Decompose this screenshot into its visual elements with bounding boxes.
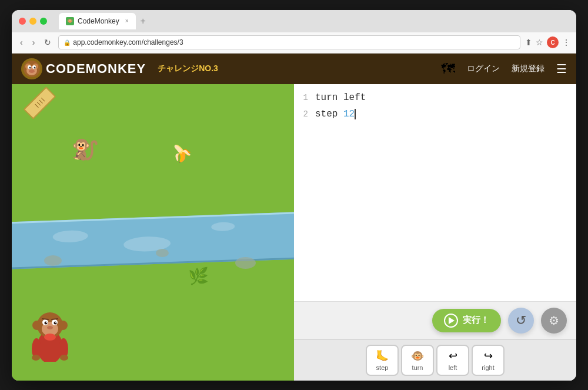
back-button[interactable]: ‹ bbox=[18, 36, 25, 48]
code-line-2: 2 step 12 bbox=[294, 108, 576, 124]
run-label: 実行！ bbox=[463, 315, 489, 326]
menu-icon[interactable]: ☰ bbox=[556, 62, 567, 76]
logo-code: CODE bbox=[46, 61, 86, 76]
reset-button[interactable]: ↺ bbox=[508, 308, 534, 334]
more-options-button[interactable]: ⋮ bbox=[562, 38, 570, 47]
ruler-marks bbox=[35, 98, 45, 108]
stone-3 bbox=[235, 257, 256, 269]
command-bar: 🦶 step 🐵 turn ↩ left ↪ right bbox=[294, 339, 576, 381]
logo-text: CODEMONKEY bbox=[46, 61, 146, 76]
player-character-svg bbox=[29, 309, 71, 362]
profile-avatar[interactable]: C bbox=[547, 36, 559, 48]
tab-close-button[interactable]: × bbox=[125, 18, 129, 24]
bookmark-button[interactable]: ☆ bbox=[536, 38, 543, 47]
svg-point-11 bbox=[32, 321, 42, 330]
minimize-button[interactable] bbox=[29, 18, 36, 25]
ruler-mark-2 bbox=[37, 102, 41, 105]
svg-point-23 bbox=[44, 334, 56, 341]
svg-line-21 bbox=[52, 319, 58, 319]
svg-point-12 bbox=[58, 321, 68, 330]
close-button[interactable] bbox=[19, 18, 26, 25]
svg-point-7 bbox=[34, 66, 36, 68]
browser-toolbar: ‹ › ↻ 🔒 app.codemonkey.com/challenges/3 … bbox=[12, 32, 576, 54]
svg-point-26 bbox=[32, 355, 40, 361]
editor-bottom-bar: 実行！ ↺ ⚙ bbox=[294, 301, 576, 339]
cmd-turn-button[interactable]: 🐵 turn bbox=[401, 345, 434, 376]
run-icon bbox=[444, 314, 458, 328]
svg-point-27 bbox=[60, 355, 68, 361]
register-link[interactable]: 新規登録 bbox=[512, 64, 544, 74]
app-header-right: 🗺 ログイン 新規登録 ☰ bbox=[441, 61, 567, 77]
logo-monkey-icon bbox=[21, 58, 42, 79]
browser-titlebar: 🐵 CodeMonkey × + bbox=[12, 10, 576, 32]
right-label: right bbox=[482, 364, 494, 371]
line-number-2: 2 bbox=[294, 109, 315, 119]
play-triangle-icon bbox=[449, 317, 455, 324]
refresh-button[interactable]: ↻ bbox=[42, 36, 54, 48]
game-canvas: 🐒 🍌 🌿 bbox=[12, 84, 294, 381]
reset-icon: ↺ bbox=[516, 313, 526, 328]
settings-icon: ⚙ bbox=[549, 314, 559, 328]
tab-favicon: 🐵 bbox=[66, 17, 74, 25]
bush-item: 🌿 bbox=[188, 266, 209, 286]
app-header-left: CODEMONKEY チャレンジNO.3 bbox=[21, 58, 218, 79]
stone-2 bbox=[156, 249, 169, 257]
cmd-right-button[interactable]: ↪ right bbox=[472, 345, 505, 376]
svg-point-19 bbox=[55, 322, 56, 323]
challenge-label: チャレンジNO.3 bbox=[158, 64, 218, 74]
left-arrow-icon: ↩ bbox=[449, 349, 457, 362]
line-content-1: turn left bbox=[315, 92, 366, 103]
lock-icon: 🔒 bbox=[64, 39, 71, 46]
line-number-1: 1 bbox=[294, 93, 315, 102]
browser-window: 🐵 CodeMonkey × + ‹ › ↻ 🔒 app.codemonkey.… bbox=[12, 10, 576, 381]
address-bar[interactable]: 🔒 app.codemonkey.com/challenges/3 bbox=[58, 35, 520, 49]
svg-point-8 bbox=[29, 69, 35, 73]
app-header: CODEMONKEY チャレンジNO.3 🗺 ログイン 新規登録 ☰ bbox=[12, 54, 576, 84]
share-button[interactable]: ⬆ bbox=[525, 38, 532, 47]
left-label: left bbox=[449, 364, 457, 371]
cmd-left-button[interactable]: ↩ left bbox=[436, 345, 469, 376]
turn-icon: 🐵 bbox=[411, 349, 424, 362]
app-content: CODEMONKEY チャレンジNO.3 🗺 ログイン 新規登録 ☰ bbox=[12, 54, 576, 381]
step-label: step bbox=[376, 364, 389, 371]
logo-area: CODEMONKEY bbox=[21, 58, 146, 79]
tab-bar: 🐵 CodeMonkey × + bbox=[59, 13, 569, 29]
toolbar-actions: ⬆ ☆ C ⋮ bbox=[525, 36, 570, 48]
ruler-mark-4 bbox=[41, 98, 45, 101]
code-line-1: 1 turn left bbox=[294, 91, 576, 108]
step-keyword: step bbox=[315, 109, 343, 119]
stone-1 bbox=[44, 255, 62, 266]
run-button[interactable]: 実行！ bbox=[432, 309, 501, 332]
new-tab-button[interactable]: + bbox=[138, 16, 148, 26]
ruler-mark-3 bbox=[39, 100, 42, 104]
river-wave-3 bbox=[211, 222, 235, 231]
svg-point-18 bbox=[46, 322, 47, 323]
code-editor-panel: 1 turn left 2 step 12 bbox=[294, 84, 576, 381]
traffic-lights bbox=[19, 18, 47, 25]
right-arrow-icon: ↪ bbox=[484, 349, 493, 362]
forward-button[interactable]: › bbox=[30, 36, 38, 48]
svg-point-16 bbox=[45, 321, 48, 324]
svg-line-20 bbox=[42, 319, 48, 319]
active-tab[interactable]: 🐵 CodeMonkey × bbox=[59, 13, 136, 29]
svg-point-6 bbox=[29, 66, 31, 68]
monkey-logo-svg bbox=[22, 59, 41, 78]
cmd-step-button[interactable]: 🦶 step bbox=[366, 345, 399, 376]
svg-point-22 bbox=[47, 326, 53, 329]
maximize-button[interactable] bbox=[40, 18, 47, 25]
step-value: 12 bbox=[343, 109, 355, 119]
main-area: 🐒 🍌 🌿 bbox=[12, 84, 576, 381]
player-character bbox=[29, 309, 71, 369]
login-link[interactable]: ログイン bbox=[467, 64, 500, 74]
url-text: app.codemonkey.com/challenges/3 bbox=[73, 38, 183, 46]
text-cursor bbox=[355, 109, 356, 119]
code-area[interactable]: 1 turn left 2 step 12 bbox=[294, 84, 576, 301]
river-wave bbox=[52, 230, 88, 243]
svg-point-17 bbox=[54, 321, 57, 324]
line-content-2: step 12 bbox=[315, 109, 356, 119]
step-icon: 🦶 bbox=[376, 349, 389, 362]
map-icon[interactable]: 🗺 bbox=[441, 61, 455, 77]
tab-title: CodeMonkey bbox=[78, 17, 119, 25]
logo-monkey-text: MONKEY bbox=[86, 61, 146, 76]
settings-button[interactable]: ⚙ bbox=[541, 308, 567, 334]
